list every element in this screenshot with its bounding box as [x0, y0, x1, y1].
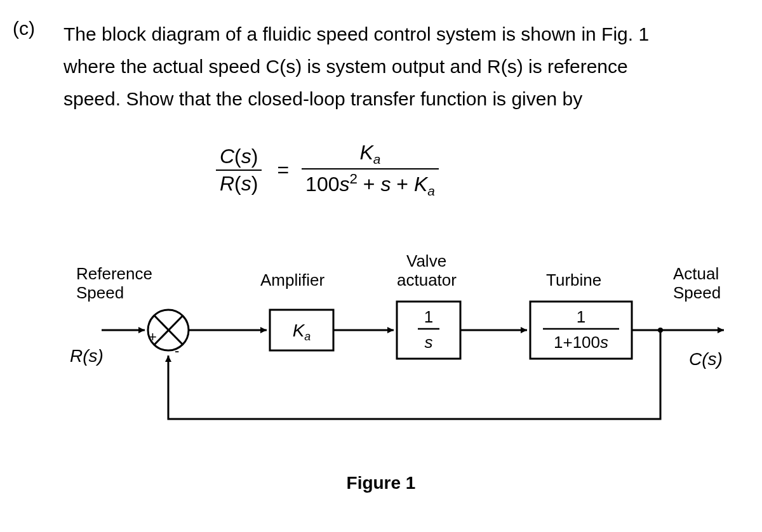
amplifier-block: Amplifier Ka [260, 270, 333, 350]
turbine-block: Turbine 1 1+100s [530, 270, 632, 359]
valve-actuator-block: Valve actuator 1 s [397, 251, 460, 359]
transfer-function-equation: C(s) R(s) = Ka 100s2 + s + Ka [216, 140, 439, 200]
equation-rhs-numerator: Ka [356, 140, 385, 168]
reference-speed-label-1: Reference [76, 264, 152, 283]
summing-plus: + [149, 329, 157, 345]
reference-speed-label-2: Speed [76, 283, 124, 302]
valve-tf-num: 1 [424, 307, 433, 326]
part-label: (c) [13, 18, 35, 39]
problem-line-3: speed. Show that the closed-loop transfe… [64, 83, 737, 115]
problem-statement: The block diagram of a fluidic speed con… [64, 18, 737, 115]
equation-rhs-denominator: 100s2 + s + Ka [302, 170, 439, 200]
equation-lhs-fraction: C(s) R(s) [216, 143, 262, 197]
problem-line-1: The block diagram of a fluidic speed con… [64, 18, 737, 50]
valve-label-top: Valve [406, 251, 446, 270]
amplifier-label: Amplifier [260, 270, 324, 289]
turbine-tf-den: 1+100s [554, 333, 608, 352]
turbine-label: Turbine [546, 270, 601, 289]
input-signal-label: R(s) [70, 346, 104, 366]
equation-lhs-denominator: R(s) [216, 171, 262, 197]
summing-junction: + - [148, 310, 189, 359]
summing-minus: - [175, 343, 179, 359]
block-diagram: Reference Speed R(s) + - Amplifier Ka [64, 241, 737, 470]
valve-tf-den: s [425, 333, 433, 352]
turbine-tf-num: 1 [577, 307, 585, 326]
equation-lhs-numerator: C(s) [216, 143, 262, 170]
figure-caption: Figure 1 [0, 473, 762, 493]
problem-line-2: where the actual speed C(s) is system ou… [64, 50, 737, 83]
output-signal-label: C(s) [689, 349, 723, 369]
equals-sign: = [277, 158, 289, 182]
equation-rhs-fraction: Ka 100s2 + s + Ka [302, 140, 439, 200]
valve-label-bot: actuator [397, 270, 457, 289]
actual-speed-label-1: Actual [673, 264, 719, 283]
actual-speed-label-2: Speed [673, 283, 721, 302]
